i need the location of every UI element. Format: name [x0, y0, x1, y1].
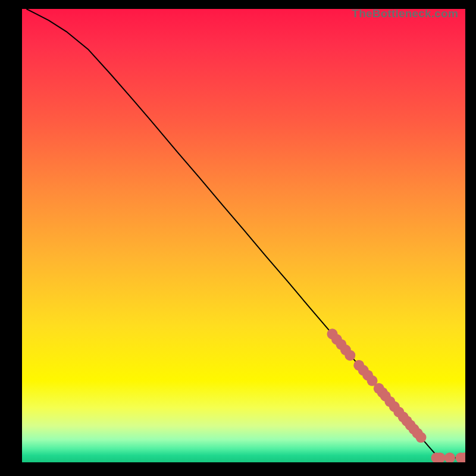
markers — [327, 328, 466, 462]
chart-overlay — [22, 9, 465, 462]
marker-point — [345, 350, 355, 361]
marker-point — [444, 452, 455, 462]
marker-point — [416, 432, 427, 443]
chart-frame: TheBottleneck.com — [0, 0, 476, 476]
curve-line — [26, 9, 465, 458]
plot-area: TheBottleneck.com — [22, 9, 465, 462]
watermark-text: TheBottleneck.com — [352, 7, 458, 20]
